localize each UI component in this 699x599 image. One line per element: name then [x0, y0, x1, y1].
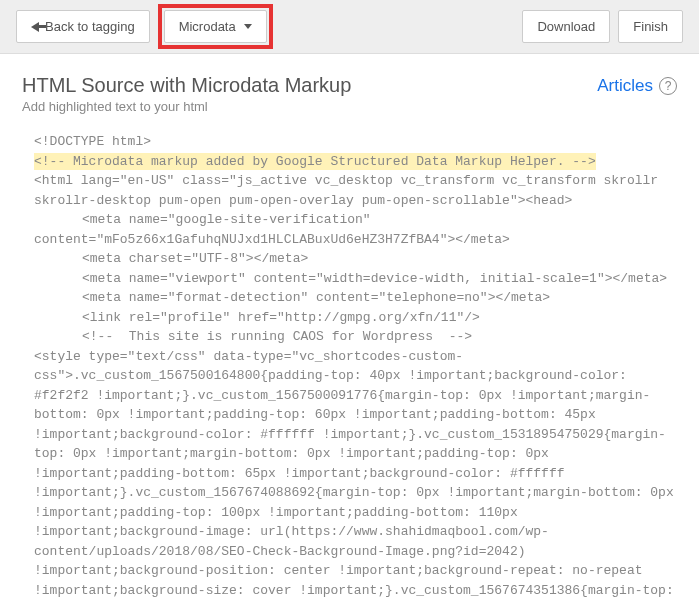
code-line: <meta name="viewport" content="width=dev… — [34, 269, 677, 289]
download-label: Download — [537, 19, 595, 34]
code-line: <link rel="profile" href="http://gmpg.or… — [34, 308, 677, 328]
code-block: <!DOCTYPE html> <!-- Microdata markup ad… — [22, 132, 677, 599]
microdata-label: Microdata — [179, 19, 236, 34]
code-line: <html lang="en-US" class="js_active vc_d… — [34, 171, 677, 210]
code-line: <style type="text/css" data-type="vc_sho… — [34, 347, 677, 600]
code-line: <meta charset="UTF-8"></meta> — [34, 249, 677, 269]
back-label: Back to tagging — [45, 19, 135, 34]
finish-button[interactable]: Finish — [618, 10, 683, 43]
chevron-down-icon — [244, 24, 252, 29]
code-line-highlighted: <!-- Microdata markup added by Google St… — [34, 152, 677, 172]
back-button[interactable]: Back to tagging — [16, 10, 150, 43]
code-line: content="mFo5z66x1GafuhqNUJxd1HLCLABuxUd… — [34, 230, 677, 250]
page-subtitle: Add highlighted text to your html — [22, 99, 677, 114]
code-line: <meta name="format-detection" content="t… — [34, 288, 677, 308]
code-line: <!DOCTYPE html> — [34, 132, 677, 152]
code-line: <meta name="google-site-verification" — [34, 210, 677, 230]
page-title: HTML Source with Microdata Markup — [22, 74, 351, 97]
microdata-dropdown[interactable]: Microdata — [164, 10, 267, 43]
download-button[interactable]: Download — [522, 10, 610, 43]
highlight-box: Microdata — [158, 4, 273, 49]
content-area: HTML Source with Microdata Markup Articl… — [0, 54, 699, 599]
heading-row: HTML Source with Microdata Markup Articl… — [22, 74, 677, 97]
articles-link[interactable]: Articles — [597, 76, 653, 96]
finish-label: Finish — [633, 19, 668, 34]
toolbar: Back to tagging Microdata Download Finis… — [0, 0, 699, 54]
code-line: <!-- This site is running CAOS for Wordp… — [34, 327, 677, 347]
arrow-left-icon — [31, 22, 39, 32]
help-icon[interactable]: ? — [659, 77, 677, 95]
